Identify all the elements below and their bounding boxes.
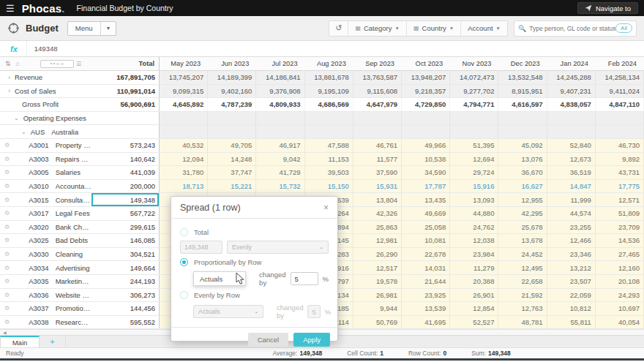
month-value-cell[interactable]: 47,588 [305,139,353,152]
row-label-cell[interactable]: ›Cost of Sales110,991,014 [0,85,160,98]
month-value-cell[interactable]: 46,917 [256,139,304,152]
row-settings-gear-icon[interactable]: ⚙ [4,265,10,271]
row-settings-gear-icon[interactable]: ⚙ [4,305,10,312]
month-value-cell[interactable]: 14,847 [547,180,596,193]
column-header-month[interactable]: Nov 2023 [450,60,498,67]
month-value-cell[interactable] [596,125,644,138]
month-value-cell[interactable]: 4,809,933 [256,98,304,111]
month-value-cell[interactable]: 13,948,207 [402,71,450,84]
month-value-cell[interactable] [160,112,208,125]
month-value-cell[interactable]: 22,059 [547,289,596,302]
expand-chevron-icon[interactable]: › [8,74,10,81]
month-value-cell[interactable]: 13,881,678 [305,71,353,84]
month-value-cell[interactable]: 23,507 [547,275,596,288]
month-value-cell[interactable]: 23,925 [402,289,450,302]
row-label-cell[interactable]: Gross Profit56,900,691 [0,98,160,111]
proportionally-radio[interactable] [180,258,188,266]
month-value-cell[interactable]: 46,761 [353,139,402,152]
month-value-cell[interactable]: 19,578 [353,275,402,288]
total-cell[interactable]: 144,456 [91,302,159,315]
month-value-cell[interactable] [353,112,402,125]
month-value-cell[interactable]: 14,031 [402,261,450,274]
row-settings-gear-icon[interactable]: ⚙ [4,142,10,148]
month-value-cell[interactable]: 11,279 [450,261,498,274]
column-header-month[interactable]: Jan 2024 [547,60,596,67]
month-value-cell[interactable]: 17,775 [596,180,644,193]
total-cell[interactable]: 110,991,014 [91,85,159,98]
month-value-cell[interactable]: 4,616,597 [498,98,547,111]
column-header-month[interactable]: Jun 2023 [208,60,256,67]
row-label-cell[interactable]: ⚙A3001Property Leases573,243 [0,139,160,152]
search-input[interactable] [529,25,615,32]
column-header-month[interactable]: Jul 2023 [256,60,304,67]
month-value-cell[interactable]: 46,730 [596,139,644,152]
row-label-cell[interactable]: ⚙A3005Salaries441,039 [0,166,160,179]
month-value-cell[interactable]: 51,395 [450,139,498,152]
month-value-cell[interactable]: 40,532 [160,139,208,152]
month-value-cell[interactable] [402,125,450,138]
total-cell[interactable]: 567,722 [91,207,159,220]
month-value-cell[interactable]: 15,916 [450,180,498,193]
column-header-month[interactable]: Feb 2024 [596,60,644,67]
total-cell[interactable]: 441,039 [91,166,159,179]
month-value-cell[interactable]: 34,590 [402,166,450,179]
total-cell[interactable]: 149,664 [91,261,159,274]
row-label-cell[interactable]: ⚙A3036Website Expense306,273 [0,289,160,302]
scroll-left-arrow-icon[interactable]: ◀ [0,330,7,335]
month-value-cell[interactable]: 13,532,548 [498,71,547,84]
expand-chevron-icon[interactable]: › [8,87,10,94]
month-value-cell[interactable]: 43,731 [596,166,644,179]
total-cell[interactable]: 306,273 [91,289,159,302]
close-icon[interactable]: × [323,203,329,213]
category-filter-dropdown[interactable]: ▦ Category ▼ [348,21,407,36]
month-value-cell[interactable]: 12,466 [547,234,596,247]
month-value-cell[interactable]: 12,038 [450,234,498,247]
month-value-cell[interactable]: 9,042 [256,153,304,166]
row-label-cell[interactable]: ⚙A3037Promotional Spend144,456 [0,302,160,315]
month-value-cell[interactable]: 29,724 [450,166,498,179]
evenly-radio[interactable] [180,291,188,299]
month-value-cell[interactable]: 8,915,951 [498,85,547,98]
month-value-cell[interactable] [208,112,256,125]
total-cell[interactable]: 167,891,705 [91,71,159,84]
month-value-cell[interactable] [208,125,256,138]
row-label-cell[interactable]: ⚙A3017Legal Fees567,722 [0,207,160,220]
month-value-cell[interactable]: 37,590 [353,166,402,179]
month-value-cell[interactable]: 13,435 [402,193,450,206]
month-value-cell[interactable]: 9,402,160 [208,85,256,98]
month-value-cell[interactable]: 24,762 [450,221,498,234]
row-label-cell[interactable]: ⌄Operating Expenses [0,112,160,125]
month-value-cell[interactable] [498,125,547,138]
row-label-cell[interactable]: ›Revenue167,891,705 [0,71,160,84]
month-value-cell[interactable]: 24,452 [498,248,547,261]
row-label-cell[interactable]: ⚙A3038Research & Development Expe...595,… [0,316,160,329]
row-label-cell[interactable]: ⚙A3003Repairs & Maintenance140,642 [0,153,160,166]
month-value-cell[interactable]: 22,678 [402,248,450,261]
month-value-cell[interactable]: 40,054 [596,316,644,329]
total-cell[interactable] [91,125,159,138]
month-value-cell[interactable]: 18,713 [160,180,208,193]
menu-dropdown-caret[interactable]: ▼ [100,22,116,35]
collapse-chevron-icon[interactable]: ⌄ [21,129,26,135]
month-value-cell[interactable]: 12,571 [596,193,644,206]
row-label-cell[interactable]: ⚙A3015Consultancy Fees149,348 [0,193,160,206]
month-value-cell[interactable]: 36,670 [498,166,547,179]
month-value-cell[interactable]: 42,295 [498,207,547,220]
total-cell[interactable]: 56,900,691 [91,98,159,111]
month-value-cell[interactable]: 14,245,288 [547,71,596,84]
row-settings-gear-icon[interactable]: ⚙ [4,292,10,298]
month-value-cell[interactable]: 42,326 [353,207,402,220]
month-value-cell[interactable]: 9,376,908 [256,85,304,98]
tab-main[interactable]: Main [0,336,40,347]
row-settings-gear-icon[interactable]: ⚙ [4,156,10,162]
row-settings-gear-icon[interactable]: ⚙ [4,197,10,203]
menu-button[interactable]: Menu [68,22,100,35]
month-value-cell[interactable]: 26,901 [450,289,498,302]
column-header-month[interactable]: Aug 2023 [305,60,353,67]
month-value-cell[interactable]: 22,658 [498,275,547,288]
month-value-cell[interactable]: 15,732 [256,180,304,193]
formula-value[interactable]: 149348 [27,45,58,53]
month-value-cell[interactable]: 10,812 [547,302,596,315]
month-value-cell[interactable] [160,125,208,138]
month-value-cell[interactable]: 52,840 [547,139,596,152]
